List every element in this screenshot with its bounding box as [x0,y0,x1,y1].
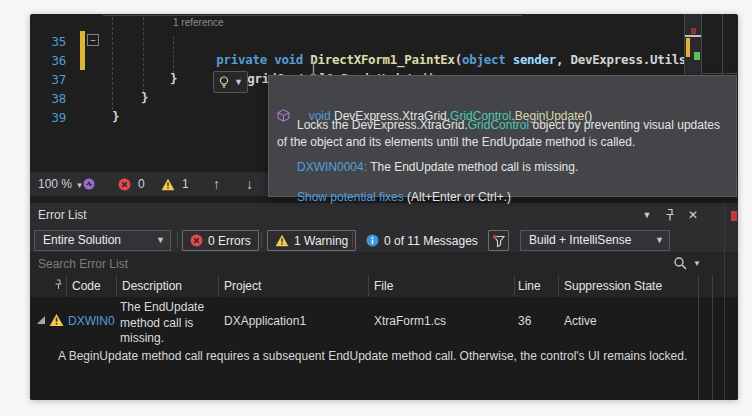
search-icon[interactable] [673,256,688,271]
code-line-36[interactable]: gridControl1.BeginUpdate(); [204,50,442,69]
warning-triangle-icon [161,178,175,191]
chevron-down-icon: ▼ [156,231,165,250]
editor-top-divider [103,15,522,16]
search-input[interactable] [30,252,660,275]
row-code[interactable]: DXWIN0004 [68,314,115,328]
column-header-suppression-state[interactable]: Suppression State [564,275,662,297]
line-number: 36 [40,51,66,70]
lightbulb-icon [218,76,230,89]
errors-filter-label: 0 Errors [208,234,251,248]
closing-brace: } [170,71,177,86]
code-line-39[interactable]: } [112,107,119,126]
description-namespace: DevExpress.XtraGrid. [352,118,468,132]
code-text: , DevExpress.Utils. [556,52,693,67]
error-circle-icon [190,234,203,247]
scrollbar-saved-marker [694,52,700,60]
filter-button[interactable] [488,230,509,251]
warning-triangle-icon [49,313,64,327]
diagnostic-code: DXWIN0004: [297,160,367,174]
keyword-object: object [462,52,513,67]
warning-triangle-icon [275,234,289,247]
code-health-indicator[interactable] [82,177,96,191]
column-separator [698,275,699,400]
code-lens-references[interactable]: 1 reference [173,17,224,28]
code-line-38[interactable]: } [141,88,148,107]
pin-column-icon [54,279,63,290]
row-project: DXApplication1 [224,314,306,328]
health-purple-icon [82,177,96,191]
toolbar-separator [177,232,178,247]
diagnostic-text: The EndUpdate method call is missing. [367,160,578,174]
description-text: Locks the [297,118,352,132]
column-separator [368,275,369,297]
tooltip-fixes: Show potential fixes (Alt+Enter or Ctrl+… [277,176,511,218]
line-number: 38 [40,89,66,108]
code-line-35[interactable]: private void DirectXForm1_PaintEx(object… [173,31,693,50]
show-potential-fixes-link[interactable]: Show potential fixes [297,190,404,204]
scope-dropdown[interactable]: Entire Solution ▼ [34,230,171,251]
scrollbar-modified-marker [686,38,690,57]
row-description: The EndUpdate method call is missing. [120,300,217,347]
toolbar-separator [261,232,262,247]
warnings-filter-label: 1 Warning [294,234,348,248]
column-header-description[interactable]: Description [122,275,182,297]
panel-title: Error List [38,203,87,227]
column-separator [218,275,219,297]
punctuation: ( [455,52,462,67]
column-header-project[interactable]: Project [224,275,261,297]
close-icon[interactable]: ✕ [685,203,701,227]
column-header-code[interactable]: Code [72,275,101,297]
error-circle-icon [118,178,131,191]
column-separator [558,275,559,297]
code-line-37[interactable]: } [170,69,177,88]
filter-mode-value: Build + IntelliSense [529,231,631,250]
error-list-toolbar: Entire Solution ▼ 0 Errors [30,227,738,252]
parameter-sender: sender [513,52,556,67]
scrollbar-warning-marker [731,211,737,221]
zoom-level-value: 100 % [38,177,72,191]
row-file: XtraForm1.cs [374,314,446,328]
row-suppression-state: Active [564,314,597,328]
description-class: GridControl [468,118,529,132]
search-options-chevron-icon[interactable]: ▼ [693,259,701,268]
error-list-scrollbar[interactable] [724,203,725,400]
row-line: 36 [518,314,531,328]
line-number: 39 [40,108,66,127]
collapse-region-button[interactable]: − [87,34,99,46]
line-number: 35 [40,32,66,51]
row-detail-text: A BeginUpdate method call requires a sub… [58,349,687,363]
errors-filter-toggle[interactable]: 0 Errors [182,230,259,251]
messages-filter-toggle[interactable]: 0 of 11 Messages [358,230,486,251]
editor-right-hline [702,73,738,74]
column-separator [712,275,713,400]
window-position-menu-button[interactable]: ▼ [639,203,655,227]
indent-guide [143,17,144,92]
toolbar-separator [352,232,353,247]
modified-lines-indicator [80,31,85,70]
editor-right-divider [722,14,723,75]
column-header-line[interactable]: Line [518,275,541,297]
indent-guide [112,17,113,110]
quick-actions-lightbulb-button[interactable]: ▼ [213,71,248,93]
visual-studio-window: 35 36 37 38 39 − 1 reference private voi… [30,14,738,400]
pin-icon[interactable] [662,203,678,227]
zoom-level-select[interactable]: 100 % ▼ [38,172,83,196]
next-issue-button[interactable]: ↓ [246,172,253,196]
closing-brace: } [141,90,148,105]
column-separator [116,275,117,297]
row-expander-icon[interactable] [37,316,45,324]
warnings-indicator[interactable]: 1 [161,177,189,191]
error-list-table-header: Code Description Project File Line Suppr… [30,275,738,297]
previous-issue-button[interactable]: ↑ [213,172,220,196]
line-number: 37 [40,70,66,89]
info-circle-icon [366,234,379,247]
error-list-panel: Error List ▼ ✕ Entire Solution ▼ [30,203,738,400]
scrollbar-error-marker [691,28,696,34]
filter-mode-dropdown[interactable]: Build + IntelliSense ▼ [520,230,670,251]
warning-count: 1 [182,172,189,196]
column-header-file[interactable]: File [374,275,393,297]
errors-indicator[interactable]: 0 [118,177,145,191]
filter-funnel-icon [492,234,506,248]
warnings-filter-toggle[interactable]: 1 Warning [267,230,356,251]
scope-dropdown-value: Entire Solution [43,231,121,250]
